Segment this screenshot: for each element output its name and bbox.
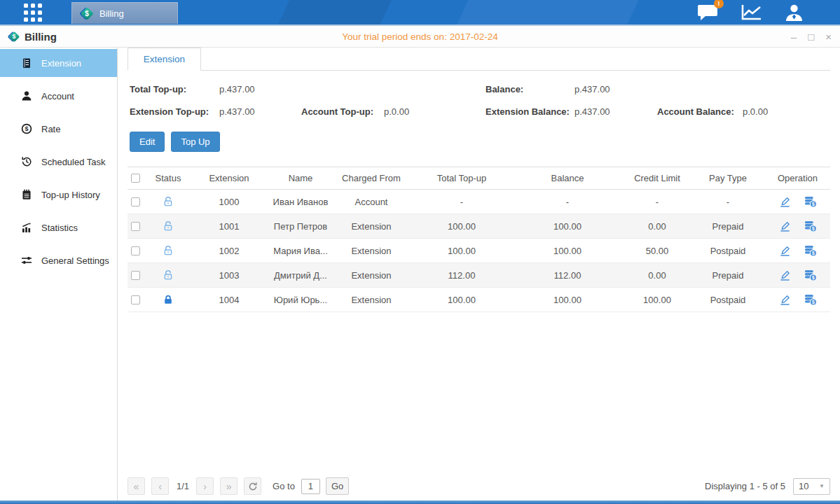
billing-diamond-icon: $ xyxy=(81,7,93,20)
minimize-icon[interactable]: – xyxy=(791,31,797,42)
window-bottom-border xyxy=(0,500,840,504)
pagination-bar: « ‹ 1/1 › » Go to Go Displaying 1 - 5 of… xyxy=(128,477,830,495)
edit-icon[interactable] xyxy=(779,196,791,208)
window-controls: – □ × xyxy=(791,31,832,42)
next-page-button[interactable]: › xyxy=(196,477,214,495)
sidebar-item-label: Rate xyxy=(41,124,60,134)
row-checkbox[interactable] xyxy=(131,246,140,255)
reports-chart-icon[interactable] xyxy=(741,4,762,21)
notifications-icon[interactable]: ! xyxy=(697,4,718,21)
summary-total-topup: Total Top-up: p.437.00 xyxy=(130,84,301,94)
topup-coins-icon[interactable]: $ xyxy=(804,195,817,208)
topup-button[interactable]: Top Up xyxy=(171,132,219,152)
balance-cell: - xyxy=(511,197,624,207)
person-icon xyxy=(21,90,32,102)
table-row: 1001 Петр Петров Extension 100.00 100.00… xyxy=(128,214,830,239)
lock-status-icon[interactable] xyxy=(163,220,174,232)
go-button[interactable]: Go xyxy=(326,477,349,495)
credit-limit-cell: 0.00 xyxy=(624,221,691,232)
statistics-chart-icon xyxy=(21,222,32,233)
dollar-coin-icon: $ xyxy=(21,123,32,134)
row-checkbox[interactable] xyxy=(131,222,140,231)
sidebar-item-scheduled-task[interactable]: Scheduled Task xyxy=(0,148,117,176)
lock-status-icon[interactable] xyxy=(163,294,174,305)
refresh-button[interactable] xyxy=(244,477,261,495)
app-tab-billing[interactable]: $ Billing xyxy=(71,2,178,24)
summary-account-balance: Account Balance: p.0.00 xyxy=(657,106,828,117)
sidebar-item-label: Top-up History xyxy=(41,190,100,200)
last-page-button[interactable]: » xyxy=(220,477,237,495)
select-all-checkbox[interactable] xyxy=(131,174,140,183)
extension-cell: 1002 xyxy=(188,246,270,256)
summary-extension-topup: Extension Top-up: p.437.00 xyxy=(130,106,301,117)
sidebar-item-topup-history[interactable]: Top-up History xyxy=(0,181,117,209)
tab-bar: Extension xyxy=(128,48,830,71)
sidebar-item-account[interactable]: Account xyxy=(0,82,117,110)
row-checkbox[interactable] xyxy=(131,295,140,304)
history-clock-icon xyxy=(21,156,32,167)
topup-coins-icon[interactable]: $ xyxy=(804,269,817,281)
col-charged-from: Charged From xyxy=(331,173,412,183)
lock-status-icon[interactable] xyxy=(163,270,174,281)
goto-page-input[interactable] xyxy=(301,479,320,494)
col-extension: Extension xyxy=(188,173,270,183)
balance-cell: 100.00 xyxy=(511,246,624,256)
prev-page-button[interactable]: ‹ xyxy=(151,477,169,495)
maximize-icon[interactable]: □ xyxy=(808,31,814,42)
topup-coins-icon[interactable]: $ xyxy=(804,244,817,257)
table-row: 1002 Мария Ива... Extension 100.00 100.0… xyxy=(128,239,830,263)
row-checkbox[interactable] xyxy=(131,197,140,206)
user-account-icon[interactable] xyxy=(785,4,804,22)
page-size-select[interactable]: 10 ▼ xyxy=(793,478,830,495)
edit-button[interactable]: Edit xyxy=(130,132,165,152)
first-page-button[interactable]: « xyxy=(128,477,145,495)
topup-coins-icon[interactable]: $ xyxy=(804,220,817,232)
page-indicator: 1/1 xyxy=(177,481,189,491)
total-topup-cell: 100.00 xyxy=(412,246,511,256)
edit-icon[interactable] xyxy=(779,220,791,232)
action-buttons: Edit Top Up xyxy=(130,132,830,152)
table-row: 1004 Юрий Юрь... Extension 100.00 100.00… xyxy=(128,288,830,312)
summary-account-topup: Account Top-up: p.0.00 xyxy=(301,106,486,117)
col-credit-limit: Credit Limit xyxy=(624,173,691,183)
col-status: Status xyxy=(149,173,188,183)
svg-text:$: $ xyxy=(812,275,815,281)
pay-type-cell: Prepaid xyxy=(691,221,765,232)
charged-from-cell: Account xyxy=(331,197,412,207)
edit-icon[interactable] xyxy=(779,270,791,281)
displaying-text: Displaying 1 - 5 of 5 xyxy=(705,481,785,491)
apps-grid-icon[interactable] xyxy=(24,4,42,22)
sidebar-item-statistics[interactable]: Statistics xyxy=(0,214,117,241)
credit-limit-cell: - xyxy=(624,197,691,207)
lock-status-icon[interactable] xyxy=(163,196,174,207)
lock-status-icon[interactable] xyxy=(163,245,174,256)
topup-coins-icon[interactable]: $ xyxy=(804,293,817,306)
edit-icon[interactable] xyxy=(779,245,791,257)
table-body: 1000 Иван Иванов Account - - - - $ xyxy=(128,190,830,312)
sidebar-item-general-settings[interactable]: General Settings xyxy=(0,246,117,274)
notepad-icon xyxy=(21,189,32,200)
sidebar-item-extension[interactable]: Extension xyxy=(0,49,117,77)
credit-limit-cell: 50.00 xyxy=(624,246,691,256)
tab-extension[interactable]: Extension xyxy=(128,48,201,71)
edit-icon[interactable] xyxy=(779,294,791,306)
svg-text:$: $ xyxy=(812,251,815,256)
row-checkbox[interactable] xyxy=(131,271,140,280)
name-cell: Мария Ива... xyxy=(270,246,331,256)
sidebar-item-rate[interactable]: $ Rate xyxy=(0,115,117,143)
sidebar-item-label: General Settings xyxy=(41,255,109,266)
col-operation: Operation xyxy=(765,173,830,183)
total-topup-cell: 100.00 xyxy=(412,221,511,232)
sliders-icon xyxy=(21,255,32,266)
name-cell: Дмитрий Д... xyxy=(270,270,331,281)
table-row: 1000 Иван Иванов Account - - - - $ xyxy=(128,190,830,214)
app-window: $ Billing ! xyxy=(0,0,840,504)
sidebar: Extension Account $ Rate xyxy=(0,48,118,500)
close-icon[interactable]: × xyxy=(825,31,832,42)
chevron-down-icon: ▼ xyxy=(819,483,825,489)
table-header: Status Extension Name Charged From Total… xyxy=(128,167,830,190)
extension-cell: 1001 xyxy=(188,221,270,232)
sidebar-item-label: Account xyxy=(41,91,74,102)
app-tab-label: Billing xyxy=(99,8,124,19)
charged-from-cell: Extension xyxy=(331,221,412,232)
